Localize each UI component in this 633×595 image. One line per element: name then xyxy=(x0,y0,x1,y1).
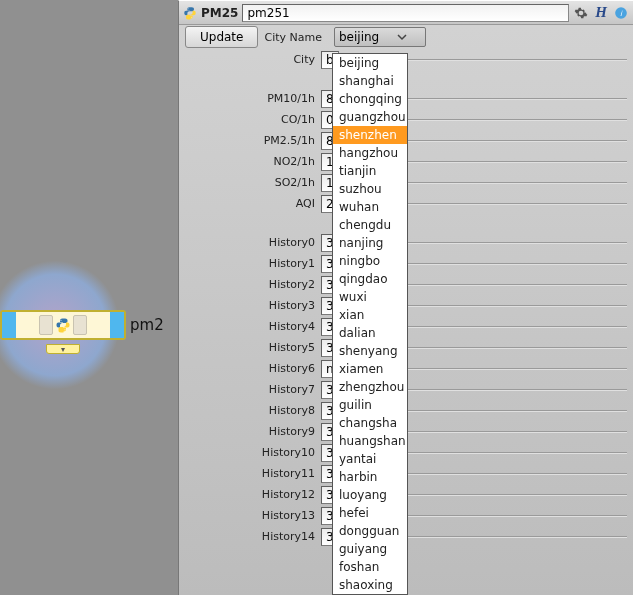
dropdown-item[interactable]: tianjin xyxy=(333,162,407,180)
metric-label: PM10/1h xyxy=(185,92,321,105)
dropdown-item[interactable]: changsha xyxy=(333,414,407,432)
svg-point-1 xyxy=(65,329,66,330)
dropdown-item[interactable]: huangshan xyxy=(333,432,407,450)
dropdown-item[interactable]: guiyang xyxy=(333,540,407,558)
dropdown-item[interactable]: suzhou xyxy=(333,180,407,198)
cityname-dropdown-list[interactable]: beijingshanghaichongqingguangzhoushenzhe… xyxy=(332,53,408,595)
dropdown-item[interactable]: hangzhou xyxy=(333,144,407,162)
metric-label: NO2/1h xyxy=(185,155,321,168)
dropdown-item[interactable]: foshan xyxy=(333,558,407,576)
node-expand-tab[interactable] xyxy=(46,344,80,354)
dropdown-item[interactable]: guilin xyxy=(333,396,407,414)
history-label: History3 xyxy=(185,299,321,312)
dropdown-item[interactable]: hefei xyxy=(333,504,407,522)
dropdown-item[interactable]: wuxi xyxy=(333,288,407,306)
node-port-left[interactable] xyxy=(2,312,16,338)
history-label: History12 xyxy=(185,488,321,501)
dropdown-item[interactable]: chongqing xyxy=(333,90,407,108)
history-label: History7 xyxy=(185,383,321,396)
dropdown-item[interactable]: dalian xyxy=(333,324,407,342)
svg-point-3 xyxy=(191,16,192,17)
dropdown-item[interactable]: chengdu xyxy=(333,216,407,234)
dropdown-item[interactable]: yantai xyxy=(333,450,407,468)
dropdown-item[interactable]: beijing xyxy=(333,54,407,72)
metric-label: AQI xyxy=(185,197,321,210)
dropdown-item[interactable]: dongguan xyxy=(333,522,407,540)
update-button[interactable]: Update xyxy=(185,26,258,48)
history-label: History5 xyxy=(185,341,321,354)
combo-value: beijing xyxy=(339,30,379,44)
dropdown-item[interactable]: nanjing xyxy=(333,234,407,252)
dropdown-item[interactable]: shaoxing xyxy=(333,576,407,594)
node-body xyxy=(16,312,110,338)
history-label: History9 xyxy=(185,425,321,438)
dropdown-item[interactable]: guangzhou xyxy=(333,108,407,126)
dropdown-item[interactable]: wuhan xyxy=(333,198,407,216)
dropdown-item[interactable]: qingdao xyxy=(333,270,407,288)
dropdown-item[interactable]: shenzhen xyxy=(333,126,407,144)
dropdown-item[interactable]: ningbo xyxy=(333,252,407,270)
gear-icon[interactable] xyxy=(573,5,589,21)
history-label: History11 xyxy=(185,467,321,480)
chevron-down-icon xyxy=(383,31,421,43)
history-label: History2 xyxy=(185,278,321,291)
node-label: pm2 xyxy=(130,316,164,334)
node-port-right[interactable] xyxy=(110,312,124,338)
metric-label: SO2/1h xyxy=(185,176,321,189)
help-icon[interactable]: H xyxy=(593,5,609,21)
dropdown-item[interactable]: harbin xyxy=(333,468,407,486)
node-slot xyxy=(73,315,87,335)
python-icon xyxy=(183,6,197,20)
history-label: History14 xyxy=(185,530,321,543)
svg-point-2 xyxy=(188,8,189,9)
history-label: History0 xyxy=(185,236,321,249)
node-name-input[interactable] xyxy=(242,4,569,22)
panel-titlebar: PM25 H i xyxy=(179,1,633,25)
dropdown-item[interactable]: luoyang xyxy=(333,486,407,504)
history-label: History6 xyxy=(185,362,321,375)
history-label: History4 xyxy=(185,320,321,333)
metric-label: CO/1h xyxy=(185,113,321,126)
canvas-node[interactable] xyxy=(0,310,126,340)
panel-title: PM25 xyxy=(201,6,238,20)
history-label: History8 xyxy=(185,404,321,417)
cityname-label: City Name xyxy=(264,31,328,44)
dropdown-item[interactable]: shenyang xyxy=(333,342,407,360)
dropdown-item[interactable]: xian xyxy=(333,306,407,324)
dropdown-item[interactable]: shanghai xyxy=(333,72,407,90)
toolbar-row: Update City Name beijing xyxy=(179,25,633,49)
history-label: History1 xyxy=(185,257,321,270)
python-icon xyxy=(55,317,71,333)
history-label: History10 xyxy=(185,446,321,459)
metric-label: PM2.5/1h xyxy=(185,134,321,147)
info-icon[interactable]: i xyxy=(613,5,629,21)
cityname-combo[interactable]: beijing xyxy=(334,27,426,47)
node-slot xyxy=(39,315,53,335)
history-label: History13 xyxy=(185,509,321,522)
dropdown-item[interactable]: xiamen xyxy=(333,360,407,378)
city-label: City xyxy=(185,53,321,66)
svg-point-0 xyxy=(61,320,62,321)
dropdown-item[interactable]: zhengzhou xyxy=(333,378,407,396)
